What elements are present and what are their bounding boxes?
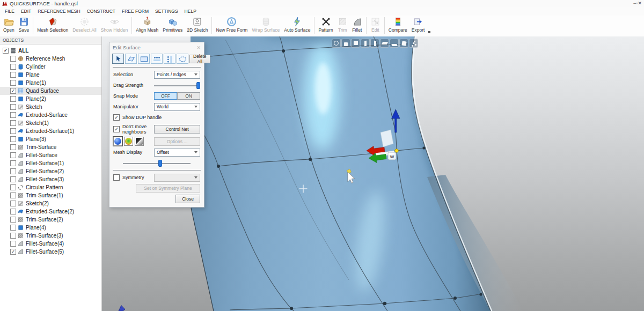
- slider-handle[interactable]: [196, 82, 200, 89]
- menu-reference-mesh[interactable]: REFERENCE MESH: [38, 9, 80, 14]
- view-graph-button[interactable]: [409, 39, 418, 48]
- tree-item-plane-2[interactable]: Plane(2): [0, 95, 101, 103]
- tree-item-fillet-surface-3[interactable]: Fillet-Surface(3): [0, 175, 101, 183]
- column-select-tool-button[interactable]: [164, 54, 175, 64]
- visibility-checkbox[interactable]: [10, 80, 16, 86]
- tree-item-all[interactable]: ALL: [0, 47, 101, 55]
- visibility-checkbox[interactable]: [10, 128, 16, 134]
- visibility-checkbox[interactable]: [10, 233, 16, 239]
- compare-button[interactable]: Compare: [386, 16, 409, 35]
- symmetry-checkbox[interactable]: [113, 174, 120, 181]
- view-bottom-button[interactable]: [390, 39, 399, 48]
- visibility-checkbox[interactable]: [10, 136, 16, 142]
- move-plane-tool-button[interactable]: [125, 54, 137, 64]
- new-free-form-button[interactable]: New Free Form: [214, 16, 250, 35]
- tree-item-plane-1[interactable]: Plane(1): [0, 79, 101, 87]
- visibility-checkbox[interactable]: [10, 112, 16, 118]
- tree-item-sketch-1[interactable]: Sketch(1): [0, 119, 101, 127]
- visibility-checkbox[interactable]: [10, 72, 16, 78]
- control-net-button[interactable]: Control Net: [154, 125, 200, 134]
- tree-item-plane-4[interactable]: Plane(4): [0, 224, 101, 232]
- primitives-button[interactable]: Primitives: [160, 16, 185, 35]
- visibility-checkbox[interactable]: [10, 168, 16, 174]
- tree-item-trim-surface-3[interactable]: Trim-Surface(3): [0, 232, 101, 240]
- mesh-display-dropdown[interactable]: Offset: [154, 149, 200, 157]
- tree-item-extruded-surface[interactable]: Extruded-Surface: [0, 111, 101, 119]
- menu-free-form[interactable]: FREE FORM: [122, 9, 149, 14]
- tree-item-plane[interactable]: Plane: [0, 71, 101, 79]
- view-right-button[interactable]: [370, 39, 379, 48]
- tree-item-extruded-surface-2[interactable]: Extruded-Surface(2): [0, 208, 101, 216]
- visibility-checkbox[interactable]: [10, 184, 16, 190]
- dont-move-neighbours-checkbox[interactable]: [113, 126, 120, 132]
- quad-surface-body[interactable]: [191, 36, 491, 311]
- tree-item-fillet-surface[interactable]: Fillet-Surface: [0, 151, 101, 159]
- view-sphere-button[interactable]: [332, 39, 341, 48]
- visibility-checkbox[interactable]: [10, 225, 16, 231]
- tree-item-reference-mesh[interactable]: Reference Mesh: [0, 55, 101, 63]
- slider-handle[interactable]: [158, 160, 162, 167]
- visibility-checkbox[interactable]: [10, 241, 16, 247]
- manipulator-dropdown[interactable]: World: [154, 103, 200, 111]
- menu-file[interactable]: FILE: [5, 9, 14, 14]
- view-iso-button[interactable]: [399, 39, 408, 48]
- close-button[interactable]: ✕: [638, 1, 642, 6]
- menu-help[interactable]: HELP: [185, 9, 196, 14]
- visibility-checkbox[interactable]: [10, 96, 16, 102]
- selection-dropdown[interactable]: Points / Edges: [154, 71, 200, 79]
- mesh-selection-button[interactable]: Mesh Selection: [35, 16, 70, 35]
- set-symmetry-plane-button[interactable]: Set on Symmetry Plane: [136, 184, 200, 192]
- align-mesh-button[interactable]: Align Mesh: [134, 16, 160, 35]
- visibility-checkbox[interactable]: [10, 64, 16, 70]
- visibility-checkbox[interactable]: [10, 120, 16, 126]
- close-button[interactable]: Close: [175, 195, 200, 203]
- selected-control-point[interactable]: [395, 149, 399, 153]
- tree-item-sketch[interactable]: Sketch: [0, 103, 101, 111]
- symmetry-plane-dropdown[interactable]: [154, 174, 200, 182]
- tree-item-trim-surface-1[interactable]: Trim-Surface(1): [0, 191, 101, 199]
- visibility-checkbox[interactable]: [10, 144, 16, 150]
- visibility-checkbox[interactable]: [10, 104, 16, 110]
- view-front-button[interactable]: [341, 39, 350, 48]
- tree-item-fillet-surface-4[interactable]: Fillet-Surface(4): [0, 240, 101, 248]
- mesh-transparency-slider[interactable]: [123, 160, 191, 167]
- tree-item-fillet-surface-2[interactable]: Fillet-Surface(2): [0, 167, 101, 175]
- zebra-display-button[interactable]: [135, 137, 144, 146]
- 2d-sketch-button[interactable]: 2D Sketch: [185, 16, 210, 35]
- save-button[interactable]: Save: [17, 16, 31, 35]
- deviation-display-button[interactable]: [124, 137, 133, 146]
- visibility-checkbox[interactable]: [10, 176, 16, 182]
- snap-on-button[interactable]: ON: [177, 92, 200, 100]
- open-button[interactable]: Open: [1, 16, 17, 35]
- visibility-checkbox[interactable]: [10, 192, 16, 198]
- view-back-button[interactable]: [351, 39, 360, 48]
- drag-strength-slider[interactable]: [154, 82, 200, 89]
- tree-item-sketch-2[interactable]: Sketch(2): [0, 199, 101, 208]
- view-top-button[interactable]: [380, 39, 389, 48]
- auto-surface-button[interactable]: Auto Surface: [282, 16, 312, 35]
- tree-item-cylinder[interactable]: Cylinder: [0, 63, 101, 71]
- shaded-display-button[interactable]: [113, 137, 122, 146]
- visibility-checkbox[interactable]: [10, 88, 16, 94]
- visibility-checkbox[interactable]: [10, 56, 16, 62]
- pattern-button[interactable]: Pattern: [316, 16, 335, 35]
- dialog-close-icon[interactable]: ✕: [196, 45, 201, 50]
- tree-item-plane-3[interactable]: Plane(3): [0, 135, 101, 143]
- fillet-button[interactable]: Fillet: [350, 16, 364, 35]
- tree-item-trim-surface[interactable]: Trim-Surface: [0, 143, 101, 151]
- visibility-checkbox[interactable]: [10, 217, 16, 223]
- visibility-checkbox[interactable]: [3, 48, 9, 54]
- visibility-checkbox[interactable]: [10, 201, 16, 206]
- show-dup-checkbox[interactable]: [113, 114, 120, 121]
- menu-settings[interactable]: SETTINGS: [155, 9, 178, 14]
- tree-item-quad-surface[interactable]: Quad Surface: [0, 87, 101, 95]
- visibility-checkbox[interactable]: [10, 152, 16, 158]
- tree-item-extruded-surface-1[interactable]: Extruded-Surface(1): [0, 127, 101, 135]
- view-left-button[interactable]: [361, 39, 370, 48]
- rect-select-tool-button[interactable]: [138, 54, 150, 64]
- loop-select-tool-button[interactable]: [177, 54, 188, 64]
- select-points-tool-button[interactable]: [112, 54, 124, 64]
- export-button[interactable]: Export: [409, 16, 427, 35]
- menu-construct[interactable]: CONSTRUCT: [87, 9, 115, 14]
- delete-all-button[interactable]: Delete All: [189, 55, 210, 63]
